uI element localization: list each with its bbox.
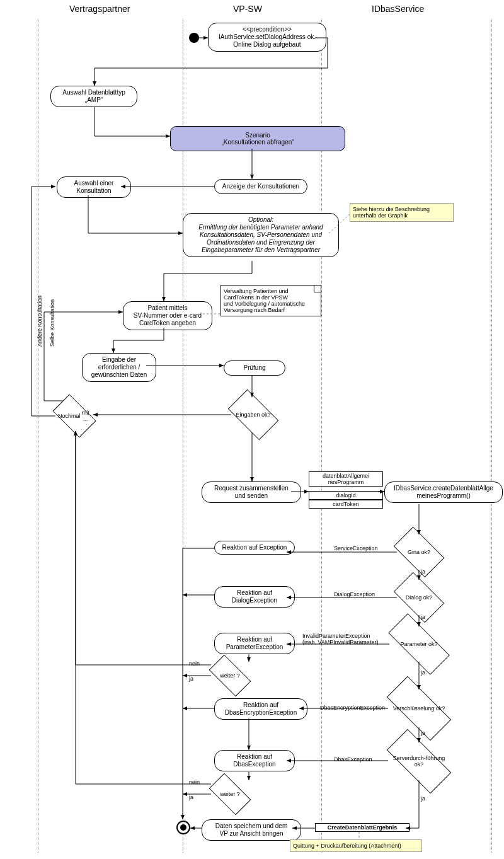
subactivity-szenario: Szenario „Konsultationen abfragen“ bbox=[170, 126, 345, 151]
node-reaktion-dialogexception: Reaktion auf DialogException bbox=[214, 586, 295, 608]
decision-weiter-2: weiter ? bbox=[211, 780, 249, 808]
label-ja: ja bbox=[421, 568, 425, 575]
node-precondition: <<precondition>> IAuthService.setDialogA… bbox=[208, 23, 326, 52]
param-datenblatt: datenblattAllgemeinesProgramm bbox=[309, 471, 383, 487]
decision-gina-ok: Gina ok? bbox=[397, 534, 441, 570]
note-verwaltung: Verwaltung Patienten und CardTokens in d… bbox=[220, 285, 321, 316]
node-reaktion-parameterexception: Reaktion auf ParameterException bbox=[214, 633, 295, 654]
decision-encryption-ok: Verschlüsselung ok? bbox=[388, 689, 450, 727]
param-cardtoken: cardToken bbox=[309, 500, 383, 509]
label-dialog-exception: DialogException bbox=[334, 591, 375, 597]
node-eingabe-daten: Eingabe der erforderlichen / gewünschten… bbox=[82, 353, 156, 382]
activity-diagram: Vertragspartner VP-SW IDbasService <<pre… bbox=[0, 0, 504, 859]
label-ja: ja bbox=[189, 676, 193, 682]
swimlane-border bbox=[491, 19, 492, 853]
lane-header-vertragspartner: Vertragspartner bbox=[69, 4, 130, 14]
node-daten-speichern: Daten speichern und dem VP zur Ansicht b… bbox=[202, 819, 301, 841]
node-optional-ermittlung: Optional: Ermittlung der benötigten Para… bbox=[183, 213, 339, 257]
node-reaktion-dbasexception: Reaktion auf DbasException bbox=[214, 750, 295, 771]
label-dbas-exception: DbasException bbox=[334, 756, 372, 763]
label-ja: ja bbox=[421, 669, 425, 676]
label-ja: ja bbox=[189, 794, 193, 800]
label-invalid-parameter: InvalidParameterException(insb. VAMPInva… bbox=[302, 633, 378, 645]
decision-weiter-1: weiter ? bbox=[211, 662, 249, 689]
decision-dialog-ok: Dialog ok? bbox=[397, 580, 441, 615]
decision-parameter-ok: Parameter ok? bbox=[389, 626, 449, 662]
decision-eingaben-ok: Eingaben ok? bbox=[231, 397, 275, 432]
label-service-exception: ServiceException bbox=[334, 545, 378, 551]
note-quittung: Quittung + Druckaufbereitung (Attachment… bbox=[290, 839, 422, 852]
label-selbe-konsultation: Selbe Konsultation bbox=[49, 299, 55, 347]
decision-server-ok: Serverdurch-führung ok? bbox=[388, 742, 450, 780]
node-auswahl-datenblatttyp: Auswahl Datenblatttyp „AMP“ bbox=[50, 86, 137, 107]
node-reaktion-encryptionexception: Reaktion auf DbasEncryptionException bbox=[214, 698, 307, 720]
label-nein: nein bbox=[189, 779, 200, 785]
node-anzeige-konsultationen: Anzeige der Konsultationen bbox=[214, 179, 307, 194]
label-ja: ja bbox=[421, 795, 425, 802]
node-service-call: IDbasService.createDatenblattAllge meine… bbox=[384, 481, 503, 503]
label-ja: ja bbox=[421, 730, 425, 736]
node-request-senden: Request zusammenstellen und senden bbox=[202, 481, 301, 503]
param-createdatenblatt-ergebnis: CreateDatenblattErgebnis bbox=[315, 823, 410, 832]
label-andere-konsultation: Andere Konsultation bbox=[37, 296, 43, 347]
note-beschreibung: Siehe hierzu die Beschreibung unterhalb … bbox=[350, 203, 454, 222]
node-auswahl-konsultation: Auswahl einer Konsultation bbox=[57, 176, 131, 198]
decision-nochmal: Nochmalmit ... bbox=[55, 401, 93, 431]
initial-node bbox=[189, 33, 199, 43]
node-patient-angeben: Patient mittels SV-Nummer oder e-card Ca… bbox=[123, 301, 212, 330]
swimlane-border bbox=[38, 19, 38, 853]
lane-header-vpsw: VP-SW bbox=[233, 4, 262, 14]
lane-header-idbasservice: IDbasService bbox=[372, 4, 424, 14]
label-ja: ja bbox=[421, 614, 425, 620]
final-node bbox=[176, 821, 190, 834]
node-reaktion-exception: Reaktion auf Exception bbox=[214, 541, 295, 555]
node-pruefung: Prüfung bbox=[224, 360, 285, 376]
label-encryption-exception: DbasEncryptionException bbox=[320, 705, 385, 711]
label-nein: nein bbox=[189, 660, 200, 667]
param-dialogid: dialogId bbox=[309, 491, 383, 500]
